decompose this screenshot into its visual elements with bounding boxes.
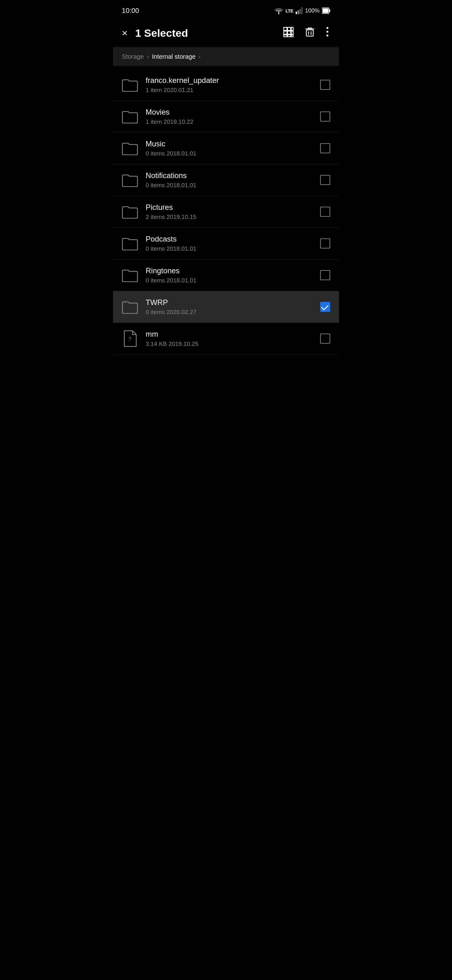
svg-rect-6 — [323, 8, 328, 13]
delete-button[interactable] — [304, 25, 316, 41]
file-checkbox[interactable] — [320, 111, 330, 122]
file-info: Music 0 items 2018.01.01 — [146, 140, 320, 157]
list-item[interactable]: Notifications 0 items 2018.01.01 — [113, 164, 339, 196]
battery-text: 100% — [305, 8, 320, 14]
svg-rect-8 — [284, 27, 287, 30]
file-name: franco.kernel_updater — [146, 76, 320, 85]
list-item[interactable]: franco.kernel_updater 1 item 2020.01.21 — [113, 69, 339, 101]
folder-icon — [122, 172, 138, 188]
file-info: Ringtones 0 items 2018.01.01 — [146, 266, 320, 284]
select-all-button[interactable] — [282, 25, 295, 41]
svg-rect-11 — [287, 31, 291, 34]
list-item[interactable]: Movies 1 item 2019.10.22 — [113, 101, 339, 132]
battery-icon — [322, 7, 330, 14]
file-checkbox[interactable] — [320, 302, 330, 312]
svg-point-0 — [278, 13, 279, 14]
svg-rect-2 — [298, 10, 299, 14]
breadcrumb-storage[interactable]: Storage — [122, 53, 144, 60]
svg-rect-4 — [301, 7, 303, 14]
file-name: Ringtones — [146, 266, 320, 275]
svg-rect-13 — [287, 35, 291, 37]
svg-rect-9 — [287, 27, 291, 30]
breadcrumb-sep-1: › — [147, 53, 149, 60]
folder-icon — [122, 267, 138, 283]
svg-point-21 — [327, 27, 328, 29]
file-checkbox[interactable] — [320, 207, 330, 217]
file-meta: 0 items 2020.02.27 — [146, 309, 320, 316]
svg-rect-1 — [296, 12, 297, 14]
more-options-button[interactable] — [325, 25, 330, 41]
toolbar-title: 1 Selected — [135, 27, 282, 39]
file-info: Movies 1 item 2019.10.22 — [146, 108, 320, 125]
toolbar: × 1 Selected — [113, 19, 339, 47]
svg-rect-18 — [306, 30, 313, 36]
folder-icon — [122, 299, 138, 315]
file-checkbox[interactable] — [320, 80, 330, 90]
file-meta: 2 items 2019.10.15 — [146, 213, 320, 221]
file-info: franco.kernel_updater 1 item 2020.01.21 — [146, 76, 320, 94]
delete-icon — [305, 27, 314, 37]
file-meta: 0 items 2018.01.01 — [146, 245, 320, 252]
file-name: mm — [146, 330, 320, 339]
file-meta: 0 items 2018.01.01 — [146, 150, 320, 157]
svg-rect-3 — [300, 9, 301, 14]
svg-rect-15 — [291, 31, 293, 34]
file-meta: 1 item 2019.10.22 — [146, 118, 320, 125]
file-name: Music — [146, 140, 320, 148]
signal-icon — [296, 7, 303, 14]
list-item[interactable]: Podcasts 0 items 2018.01.01 — [113, 228, 339, 259]
file-info: mm 3.14 KB 2019.10.25 — [146, 330, 320, 347]
list-item[interactable]: ? mm 3.14 KB 2019.10.25 — [113, 323, 339, 355]
file-checkbox[interactable] — [320, 270, 330, 280]
toolbar-actions — [282, 25, 330, 41]
file-icon: ? — [122, 331, 138, 347]
folder-icon — [122, 108, 138, 125]
wifi-icon — [274, 7, 283, 14]
folder-icon — [122, 204, 138, 220]
file-name: Pictures — [146, 203, 320, 212]
svg-rect-16 — [291, 35, 293, 37]
lte-icon: LTE — [285, 8, 293, 14]
folder-icon — [122, 140, 138, 156]
file-name: Podcasts — [146, 235, 320, 243]
file-checkbox[interactable] — [320, 239, 330, 248]
list-item[interactable]: Music 0 items 2018.01.01 — [113, 132, 339, 164]
close-button[interactable]: × — [122, 28, 128, 38]
more-icon — [326, 26, 329, 37]
file-meta: 0 items 2018.01.01 — [146, 182, 320, 189]
breadcrumb-sep-2: › — [199, 53, 201, 60]
svg-text:?: ? — [129, 336, 132, 342]
list-item[interactable]: Pictures 2 items 2019.10.15 — [113, 196, 339, 228]
file-meta: 0 items 2018.01.01 — [146, 277, 320, 284]
file-info: TWRP 0 items 2020.02.27 — [146, 298, 320, 316]
list-item[interactable]: Ringtones 0 items 2018.01.01 — [113, 259, 339, 291]
file-info: Podcasts 0 items 2018.01.01 — [146, 235, 320, 252]
file-name: TWRP — [146, 298, 320, 307]
svg-rect-10 — [284, 31, 287, 34]
file-info: Pictures 2 items 2019.10.15 — [146, 203, 320, 221]
file-checkbox[interactable] — [320, 175, 330, 185]
folder-icon — [122, 76, 138, 93]
list-item[interactable]: TWRP 0 items 2020.02.27 — [113, 291, 339, 323]
status-icons: LTE 100% — [274, 7, 330, 14]
file-name: Notifications — [146, 171, 320, 180]
file-meta: 3.14 KB 2019.10.25 — [146, 340, 320, 347]
file-checkbox[interactable] — [320, 143, 330, 153]
svg-point-22 — [327, 31, 328, 33]
file-name: Movies — [146, 108, 320, 116]
status-time: 10:00 — [122, 6, 139, 15]
file-info: Notifications 0 items 2018.01.01 — [146, 171, 320, 189]
svg-rect-12 — [284, 35, 287, 37]
file-meta: 1 item 2020.01.21 — [146, 87, 320, 94]
folder-icon — [122, 235, 138, 251]
file-checkbox[interactable] — [320, 334, 330, 344]
breadcrumb-internal-storage[interactable]: Internal storage — [152, 53, 195, 60]
breadcrumb: Storage › Internal storage › — [113, 47, 339, 66]
status-bar: 10:00 LTE 100% — [113, 0, 339, 19]
select-all-icon — [283, 27, 294, 37]
svg-rect-7 — [329, 10, 330, 12]
svg-rect-14 — [291, 27, 293, 30]
svg-point-23 — [327, 35, 328, 37]
file-list: franco.kernel_updater 1 item 2020.01.21 … — [113, 66, 339, 355]
